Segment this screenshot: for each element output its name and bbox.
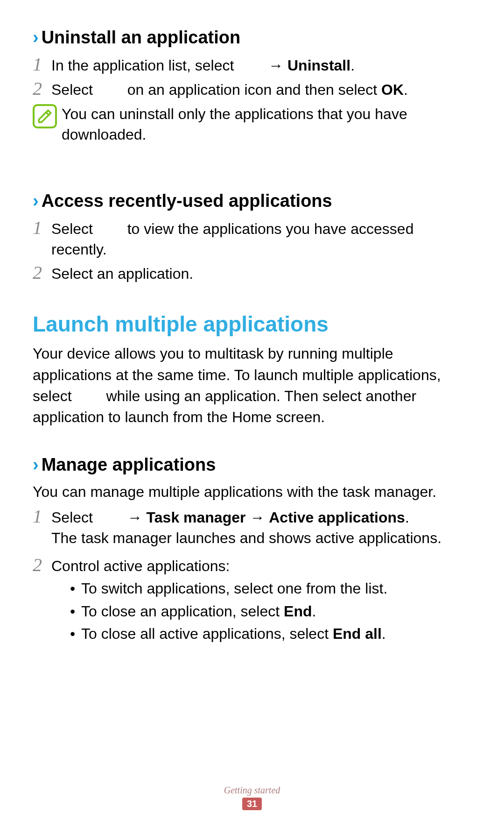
step-1: 1 Select to view the applications you ha… <box>33 218 471 260</box>
subheading-text: Manage applications <box>42 454 216 476</box>
step-2: 2 Select on an application icon and then… <box>33 78 471 100</box>
text: In the application list, select <box>51 57 234 74</box>
step-body: Select → Task manager → Active applicati… <box>51 506 441 548</box>
text: Select <box>51 220 93 237</box>
list-item: • To close an application, select End. <box>70 601 387 622</box>
dot: . <box>382 625 386 642</box>
step-number: 1 <box>33 54 51 75</box>
bullet-text: To close all active applications, select… <box>81 623 386 644</box>
text: Select <box>51 509 93 526</box>
bold-text: Uninstall <box>287 57 350 74</box>
bullet-list: • To switch applications, select one fro… <box>70 578 387 643</box>
step-body: Select an application. <box>51 262 193 284</box>
subheading-uninstall-app: › Uninstall an application <box>33 27 471 49</box>
step-body: Control active applications: • To switch… <box>51 555 387 646</box>
page-number: 31 <box>242 798 262 810</box>
text: to view the applications you have access… <box>51 220 413 258</box>
step-2: 2 Control active applications: • To swit… <box>33 555 471 646</box>
step-1: 1 In the application list, select → Unin… <box>33 54 471 76</box>
note-block: You can uninstall only the applications … <box>33 103 471 145</box>
step-number: 2 <box>33 78 51 99</box>
bullet-text: To close an application, select End. <box>81 601 316 622</box>
dot: . <box>404 81 408 98</box>
paragraph: Your device allows you to multitask by r… <box>33 343 471 428</box>
bullet-text: To switch applications, select one from … <box>81 578 387 599</box>
heading-launch-multiple: Launch multiple applications <box>33 312 471 337</box>
bold-text: Task manager <box>147 509 246 526</box>
step-1: 1 Select → Task manager → Active applica… <box>33 506 471 548</box>
bullet-dot: • <box>70 578 81 599</box>
bold-text: End <box>284 603 312 620</box>
chevron-icon: › <box>33 456 39 474</box>
bullet-dot: • <box>70 601 81 622</box>
arrow: → <box>268 57 283 74</box>
step-2: 2 Select an application. <box>33 262 471 284</box>
step-number: 1 <box>33 218 51 238</box>
step-body: Select to view the applications you have… <box>51 218 471 260</box>
text: The task manager launches and shows acti… <box>51 530 441 546</box>
bold-text: End all <box>333 625 382 642</box>
footer-section: Getting started <box>0 785 504 796</box>
list-item: • To close all active applications, sele… <box>70 623 387 644</box>
step-body: Select on an application icon and then s… <box>51 78 408 100</box>
text: Control active applications: <box>51 558 230 574</box>
arrow: → <box>127 509 142 526</box>
arrow: → <box>250 509 265 526</box>
dot: . <box>350 57 355 74</box>
chevron-icon: › <box>33 28 39 46</box>
chevron-icon: › <box>33 192 39 210</box>
dot: . <box>312 603 316 620</box>
step-number: 2 <box>33 555 51 575</box>
bold-text: OK <box>381 81 404 98</box>
step-number: 2 <box>33 262 51 283</box>
page-footer: Getting started 31 <box>0 785 504 810</box>
text: To close an application, select <box>81 603 284 620</box>
step-body: In the application list, select → Uninst… <box>51 54 355 76</box>
step-number: 1 <box>33 506 51 527</box>
paragraph: You can manage multiple applications wit… <box>33 481 471 502</box>
bullet-dot: • <box>70 623 81 644</box>
text: To close all active applications, select <box>81 625 333 642</box>
list-item: • To switch applications, select one fro… <box>70 578 387 599</box>
text: while using an application. Then select … <box>33 388 416 425</box>
text: on an application icon and then select <box>127 81 381 98</box>
subheading-text: Uninstall an application <box>42 27 241 49</box>
note-icon <box>33 104 57 128</box>
text: Select <box>51 81 93 98</box>
note-text: You can uninstall only the applications … <box>62 103 471 145</box>
bold-text: Active applications <box>269 509 405 526</box>
subheading-text: Access recently-used applications <box>42 191 332 212</box>
subheading-recent-apps: › Access recently-used applications <box>33 191 471 212</box>
dot: . <box>405 509 409 526</box>
subheading-manage-apps: › Manage applications <box>33 454 471 476</box>
